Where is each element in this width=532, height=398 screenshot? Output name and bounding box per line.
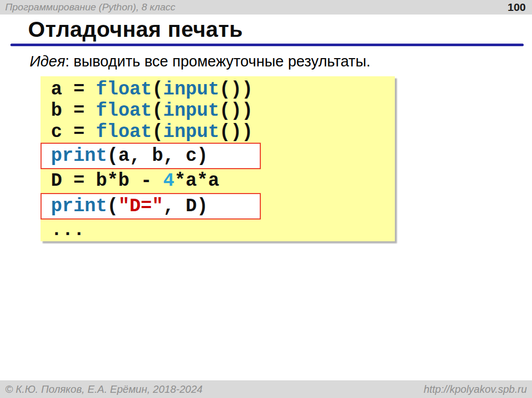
title-underline: [10, 44, 524, 46]
code-token: input: [163, 79, 219, 100]
code-token: float: [96, 79, 152, 100]
code-token: D = b*b -: [51, 170, 163, 191]
code-token: float: [96, 100, 152, 121]
copyright-text: © К.Ю. Поляков, Е.А. Ерёмин, 2018-2024: [5, 383, 423, 395]
code-line: D = b*b - 4*a*a: [41, 169, 395, 193]
code-token: (a, b, c): [107, 145, 208, 167]
code-block: a = float(input())b = float(input())c = …: [41, 76, 395, 241]
code-line: b = float(input()): [41, 100, 395, 121]
idea-text: Идея: выводить все промежуточные результ…: [30, 53, 370, 70]
code-token: , D): [163, 196, 208, 217]
code-line-highlighted: print("D=", D): [41, 193, 261, 219]
page-number: 100: [508, 1, 526, 13]
footer-bar: © К.Ю. Поляков, Е.А. Ерёмин, 2018-2024 h…: [0, 380, 532, 398]
code-line: c = float(input()): [41, 121, 395, 143]
idea-rest: : выводить все промежуточные результаты.: [65, 53, 370, 70]
code-token: ()): [219, 79, 253, 100]
code-token: input: [163, 121, 219, 143]
code-token: float: [96, 121, 152, 143]
code-token: 4: [163, 170, 175, 191]
code-token: ()): [219, 100, 253, 121]
code-token: (: [152, 79, 163, 100]
code-token: (: [152, 100, 163, 121]
code-token: print: [51, 145, 107, 167]
code-token: (: [152, 121, 163, 143]
code-token: ()): [219, 121, 253, 143]
code-line: ...: [41, 219, 395, 241]
code-token: (: [107, 196, 118, 217]
code-token: print: [51, 196, 107, 217]
code-token: c =: [51, 121, 96, 143]
slide: Программирование (Python), 8 класс 100 О…: [0, 0, 532, 398]
course-label: Программирование (Python), 8 класс: [5, 2, 508, 13]
code-token: b =: [51, 100, 96, 121]
header-bar: Программирование (Python), 8 класс 100: [0, 0, 532, 15]
code-token: a =: [51, 79, 96, 100]
code-token: input: [163, 100, 219, 121]
code-token: ...: [51, 219, 85, 241]
slide-title: Отладочная печать: [28, 17, 243, 42]
code-line-highlighted: print(a, b, c): [41, 143, 261, 169]
idea-lead: Идея: [30, 53, 65, 70]
site-url[interactable]: http://kpolyakov.spb.ru: [423, 383, 527, 395]
code-token: "D=": [118, 196, 163, 217]
code-token: *a*a: [175, 170, 219, 191]
code-line: a = float(input()): [41, 79, 395, 100]
